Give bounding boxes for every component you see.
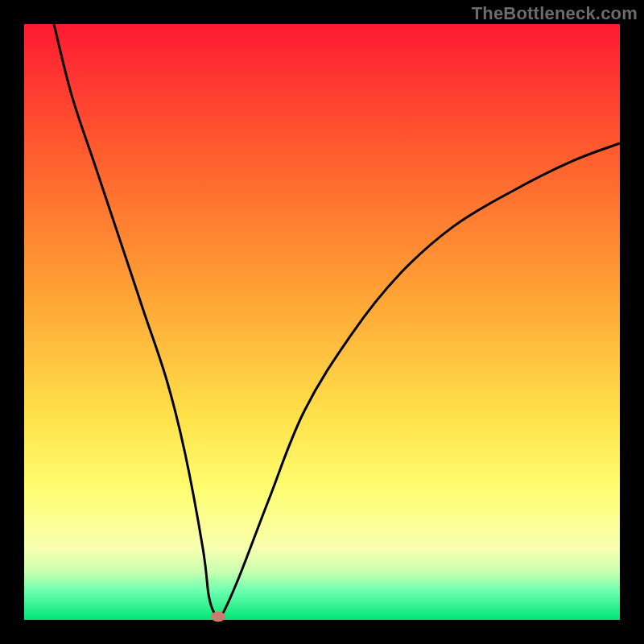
optimal-point-marker <box>211 612 225 622</box>
bottleneck-curve <box>54 24 620 620</box>
watermark-text: TheBottleneck.com <box>472 3 638 24</box>
curve-layer <box>24 24 620 620</box>
plot-area <box>24 24 620 620</box>
chart-stage: TheBottleneck.com <box>0 0 644 644</box>
